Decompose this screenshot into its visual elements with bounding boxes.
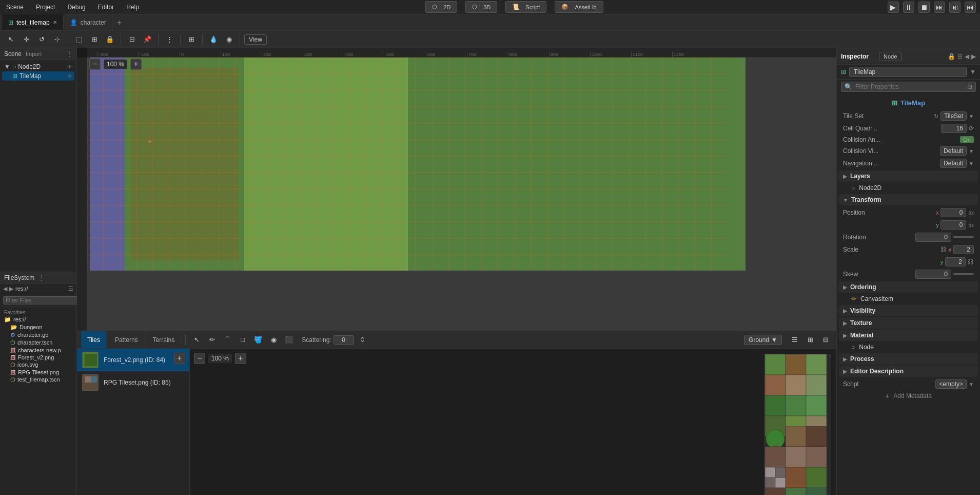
stop-button[interactable]: ⏹	[918, 2, 930, 13]
import-label[interactable]: Import	[26, 51, 42, 57]
scene-menu-icon[interactable]: ⋮	[66, 50, 72, 58]
inspector-right-icon[interactable]: ▶	[971, 53, 976, 60]
prev-button[interactable]: ⏮	[965, 2, 976, 13]
transform-section[interactable]: ▼ Transform	[839, 194, 978, 205]
scale-tool[interactable]: ⊹	[50, 33, 64, 46]
scattering-value[interactable]: 0	[334, 335, 354, 345]
menu-debug[interactable]: Debug	[65, 3, 87, 12]
btab-tiles[interactable]: Tiles	[81, 331, 107, 348]
play-button[interactable]: ▶	[888, 2, 899, 13]
mode-assetlib[interactable]: 📦 AssetLib	[555, 1, 603, 13]
tile-paint-tool[interactable]: ✏	[205, 333, 219, 347]
inspector-filter-input[interactable]	[855, 83, 964, 90]
rotation-input[interactable]	[915, 233, 951, 242]
anchor-tool[interactable]: ⊞	[185, 33, 198, 46]
tile-select-tool[interactable]: ↖	[190, 333, 203, 347]
navigation-dropdown[interactable]: Default	[940, 159, 967, 168]
zoom-in-button[interactable]: +	[130, 59, 142, 70]
collision-vi-dropdown[interactable]: Default	[940, 146, 967, 156]
move-tool[interactable]: ✛	[19, 33, 33, 46]
tile-source-forest[interactable]: Forest_v2.png (ID: 84)	[77, 349, 189, 371]
tile-settings-button[interactable]: ⊟	[819, 333, 832, 347]
process-section[interactable]: ▶ Process	[839, 353, 978, 365]
close-tab-icon[interactable]: ✕	[53, 20, 57, 25]
fs-item-rpgtileset[interactable]: 🖼 RPG Tileset.png	[2, 369, 74, 376]
cell-quadrant-spinner[interactable]: ⟳	[969, 125, 974, 132]
canvas-area[interactable]: +	[87, 58, 836, 331]
menu-editor[interactable]: Editor	[96, 3, 116, 12]
extra-tool[interactable]: ◉	[222, 33, 236, 46]
visibility-icon-node2d[interactable]: 👁	[67, 64, 72, 70]
zoom-out-button[interactable]: −	[89, 59, 101, 70]
list-view-button[interactable]: ☰	[788, 333, 801, 347]
scale-x-input[interactable]	[953, 245, 974, 254]
filter-options-icon[interactable]: ⊟	[967, 83, 972, 90]
scale-link-icon[interactable]: ⛓	[968, 258, 974, 265]
chain-link-icon[interactable]: ⛓	[940, 246, 947, 253]
tab-test-tilemap[interactable]: ⊞ test_tilemap ✕	[2, 14, 64, 30]
fs-layout-icon[interactable]: ☰	[68, 285, 73, 292]
menu-help[interactable]: Help	[124, 3, 141, 12]
more-options[interactable]: ⋮	[163, 33, 176, 46]
tree-node-node2d[interactable]: ▼ ○ Node2D 👁	[2, 62, 74, 71]
collision-vi-arrow[interactable]: ▼	[969, 148, 974, 154]
filesystem-menu-icon[interactable]: ⋮	[38, 274, 73, 281]
fs-item-dungeon[interactable]: 📂 Dungeon	[2, 323, 74, 331]
scattering-up-down[interactable]: ⇕	[356, 333, 369, 347]
fs-item-res[interactable]: 📁 res://	[2, 316, 74, 323]
play-custom-button[interactable]: ⏯	[949, 2, 961, 13]
material-section[interactable]: ▶ Material	[839, 330, 978, 341]
visibility-icon-tilemap[interactable]: 👁	[67, 73, 72, 79]
fs-filter-input[interactable]	[3, 296, 79, 304]
tileset-dropdown[interactable]: TileSet	[940, 111, 967, 121]
visibility-section[interactable]: ▶ Visibility	[839, 305, 978, 316]
fs-item-forestv2[interactable]: 🖼 Forest_v2.png	[2, 354, 74, 361]
grid-view-button[interactable]: ⊞	[803, 333, 817, 347]
object-type-dropdown[interactable]: TileMap	[849, 67, 967, 77]
nav-back[interactable]: ◀	[3, 285, 7, 292]
tile-more-tool[interactable]: ⬛	[282, 333, 296, 347]
inspector-left-icon[interactable]: ◀	[965, 53, 969, 60]
texture-section[interactable]: ▶ Texture	[839, 317, 978, 329]
mode-script[interactable]: 📜 Script	[505, 1, 546, 13]
fs-item-iconsvg[interactable]: ⬡ icon.svg	[2, 361, 74, 369]
tile-line-tool[interactable]: ⌒	[221, 333, 234, 347]
camera-tool[interactable]: 💧	[207, 33, 220, 46]
add-tab-button[interactable]: +	[113, 18, 126, 27]
layers-section[interactable]: ▶ Layers	[839, 170, 978, 182]
pin-tool[interactable]: 📌	[141, 33, 154, 46]
position-x-input[interactable]	[940, 208, 966, 217]
tile-fill-tool[interactable]: 🪣	[251, 333, 265, 347]
node-tab-button[interactable]: Node	[879, 52, 901, 61]
group-tool[interactable]: ⊟	[125, 33, 139, 46]
ground-layer-dropdown[interactable]: Ground ▼	[744, 335, 782, 345]
scale-y-input[interactable]	[945, 257, 966, 266]
select-tool[interactable]: ↖	[4, 33, 17, 46]
script-dropdown[interactable]: <empty>	[935, 379, 967, 389]
preview-zoom-in[interactable]: +	[235, 353, 246, 364]
preview-zoom-out[interactable]: −	[194, 353, 205, 364]
btab-patterns[interactable]: Patterns	[109, 331, 145, 348]
snap-grid[interactable]: ⊞	[88, 33, 101, 46]
lock-inspector-icon[interactable]: 🔒	[948, 53, 955, 60]
rect-tool[interactable]: ⬚	[72, 33, 86, 46]
rotate-tool[interactable]: ↺	[35, 33, 48, 46]
menu-scene[interactable]: Scene	[4, 3, 26, 12]
rotation-slider[interactable]	[953, 236, 974, 238]
fs-item-chartscn[interactable]: ⬡ character.tscn	[2, 339, 74, 347]
inspector-expand-icon[interactable]: ⊟	[957, 53, 963, 60]
editor-description-section[interactable]: ▶ Editor Description	[839, 366, 978, 377]
object-type-arrow[interactable]: ▼	[970, 68, 976, 75]
mode-3d[interactable]: ⬡ 3D	[465, 1, 497, 13]
mode-2d[interactable]: ⬡ 2D	[425, 1, 457, 13]
nav-fwd[interactable]: ▶	[9, 285, 13, 292]
skew-input[interactable]	[915, 270, 951, 279]
play-scene-button[interactable]: ⏭	[934, 2, 945, 13]
fs-item-charnewp[interactable]: 🖼 characters-new.p	[2, 347, 74, 354]
tile-preview-area[interactable]: − 100 % +	[190, 349, 836, 495]
tile-rect-tool[interactable]: □	[236, 333, 249, 347]
script-arrow[interactable]: ▼	[969, 382, 974, 387]
tab-character[interactable]: 👤 character	[64, 14, 113, 30]
cell-quadrant-input[interactable]	[941, 124, 967, 133]
ordering-section[interactable]: ▶ Ordering	[839, 281, 978, 293]
